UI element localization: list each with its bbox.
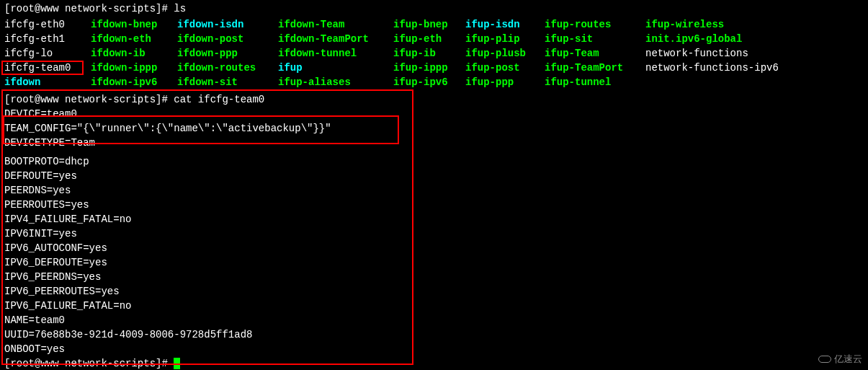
cfg-line: IPV6_DEFROUTE=yes xyxy=(4,255,864,270)
file: ifdown-ppp xyxy=(177,46,278,61)
prompt-line-3[interactable]: [root@www network-scripts]# xyxy=(4,356,864,370)
file: ifup-tunnel xyxy=(545,75,645,89)
watermark-text: 亿速云 xyxy=(834,353,862,366)
cfg-line: IPV6_PEERROUTES=yes xyxy=(4,284,864,299)
file: ifdown-ib xyxy=(91,46,177,61)
cfg-line: IPV6INIT=yes xyxy=(4,226,864,241)
file: ifdown-bnep xyxy=(91,17,177,32)
file: ifdown-eth xyxy=(91,32,177,46)
prompt-line-2: [root@www network-scripts]# cat ifcfg-te… xyxy=(4,92,864,107)
file: ifup xyxy=(278,61,393,75)
file: ifup-plip xyxy=(465,32,545,46)
file: ifdown-sit xyxy=(177,75,278,89)
file xyxy=(645,75,818,89)
file: ifup-aliases xyxy=(278,75,393,89)
cfg-line: IPV4_FAILURE_FATAL=no xyxy=(4,212,864,226)
cfg-line: IPV6_FAILURE_FATAL=no xyxy=(4,299,864,313)
cfg-line: UUID=76e88b3e-921d-4009-8006-9728d5ff1ad… xyxy=(4,327,864,342)
file: ifdown-TeamPort xyxy=(278,32,393,46)
shell-prompt: [root@www network-scripts]# xyxy=(4,3,174,14)
file: ifup-plusb xyxy=(465,46,545,61)
cfg-line: IPV6_PEERDNS=yes xyxy=(4,270,864,284)
cfg-line: TEAM_CONFIG="{\"runner\":{\"name\":\"act… xyxy=(4,121,864,136)
file: ifup-bnep xyxy=(393,17,465,32)
cfg-line: NAME=team0 xyxy=(4,313,864,327)
cursor-icon xyxy=(174,358,180,369)
ls-output: ifcfg-eth0 ifdown-bnep ifdown-isdn ifdow… xyxy=(4,17,864,89)
file: ifdown-routes xyxy=(177,61,278,75)
file: init.ipv6-global xyxy=(645,32,818,46)
file: network-functions xyxy=(645,46,818,61)
file: ifup-isdn xyxy=(465,17,545,32)
cfg-line: BOOTPROTO=dhcp xyxy=(4,154,864,169)
file: ifcfg-eth1 xyxy=(4,32,91,46)
file: ifup-ib xyxy=(393,46,465,61)
file: ifup-TeamPort xyxy=(545,61,645,75)
shell-prompt: [root@www network-scripts]# xyxy=(4,358,174,369)
file: network-functions-ipv6 xyxy=(645,61,818,75)
watermark: 亿速云 xyxy=(818,353,862,366)
cfg-line: DEFROUTE=yes xyxy=(4,169,864,183)
cfg-line: ONBOOT=yes xyxy=(4,342,864,356)
command-ls: ls xyxy=(174,3,186,14)
shell-prompt: [root@www network-scripts]# xyxy=(4,94,174,105)
file: ifdown-tunnel xyxy=(278,46,393,61)
file: ifup-wireless xyxy=(645,17,818,32)
cloud-icon xyxy=(818,356,831,363)
cfg-line: IPV6_AUTOCONF=yes xyxy=(4,241,864,255)
file: ifdown-isdn xyxy=(177,17,278,32)
file: ifup-routes xyxy=(545,17,645,32)
cfg-line: DEVICETYPE=Team xyxy=(4,136,864,150)
file: ifup-ipv6 xyxy=(393,75,465,89)
file: ifup-ppp xyxy=(465,75,545,89)
prompt-line-1: [root@www network-scripts]# ls xyxy=(4,1,864,16)
file: ifdown-post xyxy=(177,32,278,46)
file: ifcfg-lo xyxy=(4,46,91,61)
cfg-line: DEVICE=team0 xyxy=(4,107,864,121)
file: ifup-Team xyxy=(545,46,645,61)
file: ifcfg-eth0 xyxy=(4,17,91,32)
cat-section: [root@www network-scripts]# cat ifcfg-te… xyxy=(4,92,864,370)
file: ifup-eth xyxy=(393,32,465,46)
file: ifdown-ippp xyxy=(91,61,177,75)
file: ifup-post xyxy=(465,61,545,75)
file: ifdown-Team xyxy=(278,17,393,32)
file: ifup-sit xyxy=(545,32,645,46)
file: ifcfg-team0 xyxy=(4,61,91,75)
file: ifdown xyxy=(4,75,91,89)
cfg-line: PEERROUTES=yes xyxy=(4,198,864,212)
file: ifdown-ipv6 xyxy=(91,75,177,89)
file: ifup-ippp xyxy=(393,61,465,75)
cfg-line: PEERDNS=yes xyxy=(4,183,864,198)
command-cat: cat ifcfg-team0 xyxy=(174,94,264,105)
